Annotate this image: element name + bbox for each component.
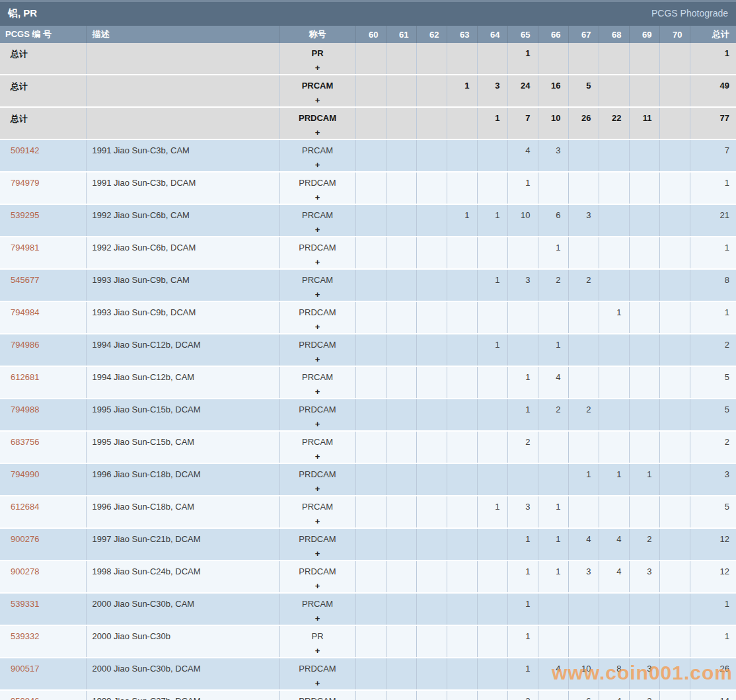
grade-count-cell-61 [386, 301, 416, 334]
pcgs-number-link[interactable]: 539295 [11, 210, 39, 220]
designation-cell: PRDCAM+ [279, 561, 355, 593]
grade-count-cell-66: 2 [538, 399, 568, 431]
grade-count-cell-63 [447, 366, 477, 399]
grade-count-cell-68 [599, 431, 629, 463]
pcgs-number-link[interactable]: 683756 [11, 437, 39, 447]
grade-count-cell-61 [386, 561, 416, 593]
grade-count-cell-60 [355, 366, 386, 399]
pcgs-number-link[interactable]: 794986 [11, 340, 39, 350]
grade-count-cell-62 [416, 334, 447, 366]
grade-count-cell-64: 1 [477, 204, 507, 237]
grade-count-cell-65: 7 [507, 107, 538, 139]
table-row: 5091421991 Jiao Sun-C3b, CAMPRCAM+437 [0, 139, 736, 172]
description-cell: 1997 Jiao Sun-C21b, DCAM [86, 528, 279, 561]
description-cell [86, 107, 279, 139]
table-row: 5456771993 Jiao Sun-C9b, CAMPRCAM+13228 [0, 269, 736, 301]
grade-count-cell-60 [355, 172, 386, 204]
pcgs-number-link[interactable]: 539331 [11, 599, 39, 609]
grade-count-cell-60 [355, 593, 386, 625]
designation-plus: + [281, 321, 355, 332]
total-cell: 8 [690, 269, 736, 301]
grade-count-cell-64: 1 [477, 496, 507, 528]
grade-count-cell-65: 3 [507, 269, 538, 301]
grade-count-cell-61 [386, 528, 416, 561]
total-cell: 5 [690, 496, 736, 528]
table-row: 7949841993 Jiao Sun-C9b, DCAMPRDCAM+11 [0, 301, 736, 334]
column-header-total: 总计 [690, 26, 736, 43]
table-row: 9005172000 Jiao Sun-C30b, DCAMPRDCAM+141… [0, 658, 736, 690]
pcgs-number-link[interactable]: 900278 [11, 566, 39, 576]
grade-count-cell-70 [659, 75, 690, 107]
pcgs-number-link[interactable]: 539332 [11, 631, 39, 641]
grade-count-cell-70 [659, 237, 690, 269]
grade-count-cell-63 [447, 43, 477, 75]
grade-count-cell-63 [447, 625, 477, 658]
table-row: 7949811992 Jiao Sun-C6b, DCAMPRDCAM+11 [0, 237, 736, 269]
grade-count-cell-69: 1 [629, 463, 659, 496]
pcgs-number-link[interactable]: 794988 [11, 405, 39, 414]
grade-count-cell-60 [355, 269, 386, 301]
grade-count-cell-70 [659, 593, 690, 625]
column-header-grade-64: 64 [477, 26, 507, 43]
pcgs-number-link[interactable]: 900276 [11, 534, 39, 544]
pcgs-number-link[interactable]: 794990 [11, 469, 39, 479]
designation-label: PRCAM [281, 145, 355, 156]
description-cell [86, 75, 279, 107]
designation-label: PRDCAM [281, 695, 355, 700]
grade-count-cell-69 [629, 204, 659, 237]
grade-count-cell-69 [629, 431, 659, 463]
grade-count-cell-63 [447, 139, 477, 172]
grade-count-cell-66: 1 [538, 496, 568, 528]
total-cell: 12 [690, 561, 736, 593]
grade-count-cell-70 [659, 366, 690, 399]
grade-count-cell-64 [477, 172, 507, 204]
photograde-link[interactable]: PCGS Photograde [651, 8, 728, 19]
grade-count-cell-67: 5 [568, 75, 599, 107]
table-row: 9002781998 Jiao Sun-C24b, DCAMPRDCAM+113… [0, 561, 736, 593]
pcgs-number-link[interactable]: 794984 [11, 307, 39, 317]
grade-count-cell-68: 22 [599, 107, 629, 139]
pcgs-number-link[interactable]: 794981 [11, 243, 39, 253]
designation-cell: PRDCAM+ [279, 463, 355, 496]
description-cell: 1995 Jiao Sun-C15b, DCAM [86, 399, 279, 431]
grade-count-cell-62 [416, 366, 447, 399]
total-cell: 49 [690, 75, 736, 107]
designation-cell: PRCAM+ [279, 593, 355, 625]
column-header-grade-62: 62 [416, 26, 447, 43]
table-row: 5393312000 Jiao Sun-C30b, CAMPRCAM+11 [0, 593, 736, 625]
grade-count-cell-64 [477, 690, 507, 700]
grade-count-cell-70 [659, 301, 690, 334]
grade-count-cell-64 [477, 561, 507, 593]
grade-count-cell-67 [568, 334, 599, 366]
pcgs-number-link[interactable]: 612681 [11, 372, 39, 382]
page-title: 铝, PR [8, 7, 37, 20]
total-cell: 1 [690, 237, 736, 269]
grade-count-cell-70 [659, 43, 690, 75]
column-header-row: PCGS 编 号 描述 称号 6061626364656667686970总计 [0, 26, 736, 43]
total-cell: 3 [690, 463, 736, 496]
grade-count-cell-69 [629, 625, 659, 658]
pcgs-number-link[interactable]: 509142 [11, 145, 39, 155]
pcgs-number-link[interactable]: 794979 [11, 178, 39, 188]
grade-count-cell-63 [447, 301, 477, 334]
grade-count-cell-66: 1 [538, 237, 568, 269]
grade-count-cell-64 [477, 658, 507, 690]
total-cell: 1 [690, 625, 736, 658]
grade-count-cell-68 [599, 237, 629, 269]
grade-count-cell-66: 1 [538, 561, 568, 593]
designation-label: PRCAM [281, 436, 355, 447]
grade-count-cell-62 [416, 658, 447, 690]
designation-cell: PRCAM+ [279, 496, 355, 528]
grade-count-cell-64: 1 [477, 269, 507, 301]
grade-count-cell-70 [659, 431, 690, 463]
pcgs-number-link[interactable]: 545677 [11, 275, 39, 285]
grade-count-cell-61 [386, 269, 416, 301]
designation-cell: PRCAM+ [279, 366, 355, 399]
pcgs-number-link[interactable]: 900517 [11, 664, 39, 674]
grade-count-cell-69: 2 [629, 690, 659, 700]
grade-count-cell-67 [568, 593, 599, 625]
grade-count-cell-60 [355, 463, 386, 496]
pcgs-number-link[interactable]: 612684 [11, 502, 39, 512]
pcgs-number-link[interactable]: 950846 [11, 696, 39, 700]
description-cell: 1993 Jiao Sun-C9b, DCAM [86, 301, 279, 334]
